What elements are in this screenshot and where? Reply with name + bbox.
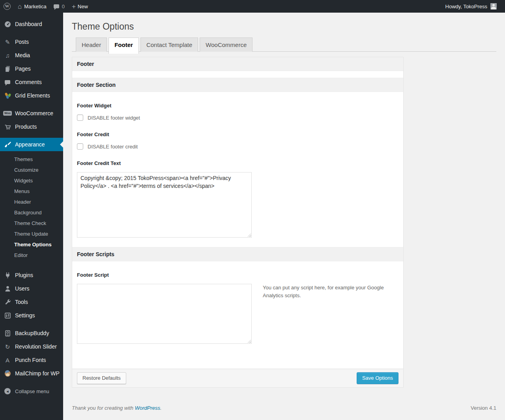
- save-options-button[interactable]: Save Options: [357, 372, 398, 384]
- sidebar-item-label: Comments: [15, 79, 42, 85]
- submenu-item-themes[interactable]: Themes: [0, 154, 63, 165]
- sidebar-item-appearance[interactable]: Appearance: [0, 138, 63, 151]
- sidebar-item-plugins[interactable]: Plugins: [0, 268, 63, 282]
- media-icon: ♫: [3, 52, 12, 58]
- woocommerce-icon: Woo: [3, 111, 12, 116]
- sidebar-item-label: WooCommerce: [15, 110, 53, 116]
- submenu-item-menus[interactable]: Menus: [0, 186, 63, 197]
- menu-group: ✎Posts♫MediaPagesCommentsGrid Elements: [0, 35, 63, 102]
- collapse-icon: ◀: [3, 388, 12, 394]
- sidebar-item-collapse-menu[interactable]: ◀Collapse menu: [0, 384, 63, 398]
- products-icon: [3, 124, 12, 130]
- home-icon: ⌂: [18, 3, 22, 10]
- menu-group: PluginsUsersToolsSettings: [0, 268, 63, 322]
- footer-script-wrap: [77, 284, 252, 344]
- new-label: New: [78, 4, 88, 9]
- theme-options-panel: Footer Footer Section Footer Widget DISA…: [72, 57, 404, 388]
- footer-credit-label: Footer Credit: [77, 131, 398, 137]
- mailchimp-icon: [3, 371, 12, 377]
- sidebar-item-revolution-slider[interactable]: ↻Revolution Slider: [0, 340, 63, 353]
- posts-icon: ✎: [3, 39, 12, 45]
- wordpress-logo-menu[interactable]: W: [0, 0, 14, 13]
- comments-icon: [3, 80, 12, 84]
- sidebar-item-label: Plugins: [15, 272, 33, 278]
- disable-footer-credit-label: DISABLE footer credit: [88, 144, 138, 150]
- sidebar-item-woocommerce[interactable]: WooWooCommerce: [0, 107, 63, 120]
- footer-script-label: Footer Script: [77, 272, 398, 278]
- plugins-icon: [3, 272, 12, 279]
- footer-widget-checkbox-row: DISABLE footer widget: [77, 114, 398, 121]
- tab-footer[interactable]: Footer: [108, 38, 139, 54]
- tab-header[interactable]: Header: [76, 38, 107, 52]
- page-title: Theme Options: [72, 21, 496, 32]
- section-header-footer-scripts: Footer Scripts: [72, 247, 403, 261]
- settings-icon: [3, 312, 12, 319]
- tab-woocommerce[interactable]: WooCommerce: [200, 38, 252, 52]
- footer-script-help: You can put any script here, for example…: [263, 284, 393, 300]
- tools-icon: [3, 299, 12, 306]
- panel-header-footer: Footer: [72, 57, 403, 71]
- backupbuddy-icon: [3, 330, 12, 337]
- grid-elements-icon: [3, 93, 12, 99]
- submenu-item-customize[interactable]: Customize: [0, 165, 63, 175]
- main-content: Theme Options HeaderFooterContact Templa…: [63, 21, 505, 411]
- sidebar-item-products[interactable]: Products: [0, 120, 63, 133]
- panel-button-bar: Restore Defaults Save Options: [72, 369, 403, 387]
- submenu-item-theme-check[interactable]: Theme Check: [0, 218, 63, 229]
- sidebar-item-label: Pages: [15, 66, 31, 72]
- sidebar-item-label: Products: [15, 124, 37, 130]
- sidebar-item-label: Punch Fonts: [15, 357, 46, 363]
- footer-script-textarea[interactable]: [77, 284, 252, 344]
- submenu-item-theme-options[interactable]: Theme Options: [0, 239, 63, 250]
- sidebar-item-dashboard[interactable]: Dashboard: [0, 17, 63, 31]
- appearance-icon: [3, 141, 12, 148]
- disable-footer-credit-checkbox[interactable]: [77, 143, 83, 150]
- footer-credit-text-textarea[interactable]: Copyright &copy; 2015 TokoPress<span><a …: [77, 172, 252, 238]
- sidebar-item-tools[interactable]: Tools: [0, 295, 63, 309]
- sidebar-item-label: Users: [15, 285, 30, 292]
- comment-bubble-icon: [54, 4, 59, 8]
- disable-footer-widget-checkbox[interactable]: [77, 114, 83, 121]
- sidebar-item-comments[interactable]: Comments: [0, 75, 63, 89]
- submenu-item-widgets[interactable]: Widgets: [0, 175, 63, 186]
- tab-contact-template[interactable]: Contact Template: [140, 38, 198, 52]
- sidebar-item-backupbuddy[interactable]: BackupBuddy: [0, 326, 63, 340]
- howdy-text: Howdy, TokoPress: [445, 4, 487, 9]
- footer-credit-text-wrap: Copyright &copy; 2015 TokoPress<span><a …: [77, 172, 252, 238]
- account-menu[interactable]: Howdy, TokoPress: [442, 3, 500, 9]
- sidebar-item-mailchimp-for-wp[interactable]: MailChimp for WP: [0, 367, 63, 380]
- wordpress-link[interactable]: WordPress: [135, 405, 160, 411]
- panel-gap: [72, 71, 403, 78]
- admin-menu: Dashboard✎Posts♫MediaPagesCommentsGrid E…: [0, 13, 63, 420]
- sidebar-item-posts[interactable]: ✎Posts: [0, 35, 63, 49]
- submenu-item-background[interactable]: Background: [0, 207, 63, 218]
- submenu-item-editor[interactable]: Editor: [0, 250, 63, 261]
- users-icon: [3, 285, 12, 292]
- sidebar-item-grid-elements[interactable]: Grid Elements: [0, 89, 63, 102]
- menu-group: Dashboard: [0, 17, 63, 31]
- site-name: Marketica: [24, 4, 46, 9]
- thanks-prefix: Thank you for creating with: [72, 405, 135, 411]
- sidebar-item-users[interactable]: Users: [0, 282, 63, 295]
- sidebar-item-settings[interactable]: Settings: [0, 309, 63, 322]
- new-content-menu[interactable]: + New: [68, 0, 92, 13]
- sidebar-item-label: Collapse menu: [15, 388, 49, 394]
- sidebar-item-media[interactable]: ♫Media: [0, 49, 63, 62]
- sidebar-item-punch-fonts[interactable]: APunch Fonts: [0, 353, 63, 367]
- comment-count: 0: [62, 4, 65, 9]
- sidebar-item-label: Posts: [15, 39, 29, 45]
- submenu-item-header[interactable]: Header: [0, 197, 63, 207]
- page-footer: Thank you for creating with WordPress. V…: [72, 388, 496, 411]
- version-text: Version 4.1: [471, 405, 496, 411]
- sidebar-item-pages[interactable]: Pages: [0, 62, 63, 75]
- appearance-submenu: ThemesCustomizeWidgetsMenusHeaderBackgro…: [0, 151, 63, 264]
- restore-defaults-button[interactable]: Restore Defaults: [77, 372, 126, 384]
- comments-shortcut[interactable]: 0: [50, 0, 68, 13]
- footer-credit-checkbox-row: DISABLE footer credit: [77, 143, 398, 150]
- site-name-link[interactable]: ⌂ Marketica: [14, 0, 50, 13]
- revolution-slider-icon: ↻: [3, 344, 12, 350]
- footer-scripts-fields: Footer Script You can put any script her…: [72, 272, 403, 369]
- submenu-item-theme-update[interactable]: Theme Update: [0, 229, 63, 239]
- sidebar-item-label: Revolution Slider: [15, 343, 57, 350]
- sidebar-item-label: MailChimp for WP: [15, 370, 60, 377]
